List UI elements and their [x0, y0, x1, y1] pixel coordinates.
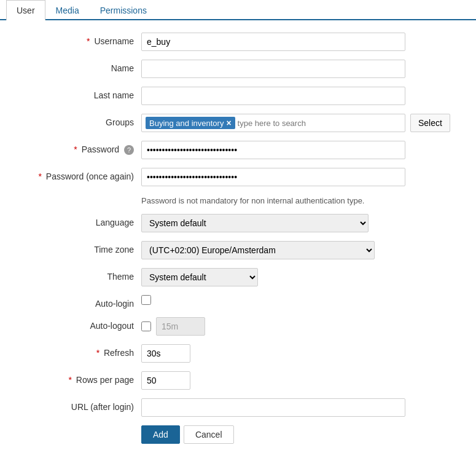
autologout-checkbox[interactable] [141, 321, 151, 331]
name-input[interactable] [141, 60, 405, 78]
theme-label: Theme [18, 268, 141, 282]
rows-per-page-input[interactable] [141, 371, 190, 390]
url-after-login-row: URL (after login) [18, 398, 458, 417]
password-hint-row: Password is not mandatory for non intern… [18, 195, 458, 205]
autologout-wrapper [141, 317, 205, 336]
url-after-login-input[interactable] [141, 398, 405, 417]
password-again-row: * Password (once again) [18, 168, 458, 186]
password-row: * Password ? [18, 141, 458, 159]
autologout-label: Auto-logout [18, 317, 141, 331]
timezone-row: Time zone (UTC+02:00) Europe/Amsterdam (… [18, 241, 458, 259]
autologout-value-input [156, 317, 205, 336]
autologin-row: Auto-login [18, 295, 458, 309]
password-help-icon[interactable]: ? [124, 145, 134, 155]
groups-select-button[interactable]: Select [410, 114, 450, 132]
username-required: * [87, 36, 90, 46]
rows-required: * [68, 375, 71, 385]
user-form: * Username Name Last name Groups Buying … [0, 20, 476, 456]
tab-permissions[interactable]: Permissions [90, 0, 157, 20]
lastname-row: Last name [18, 87, 458, 105]
password-hint-text: Password is not mandatory for non intern… [141, 195, 365, 205]
tab-user[interactable]: User [6, 0, 45, 20]
cancel-button[interactable]: Cancel [184, 425, 234, 444]
tabs-bar: User Media Permissions [0, 0, 476, 20]
autologin-label: Auto-login [18, 295, 141, 309]
name-label: Name [18, 60, 141, 73]
groups-row: Groups Buying and inventory × Select [18, 114, 458, 132]
theme-row: Theme System default Dark Light [18, 268, 458, 286]
language-row: Language System default English French G… [18, 214, 458, 232]
group-tag-label: Buying and inventory [149, 119, 224, 128]
name-row: Name [18, 60, 458, 78]
refresh-required: * [96, 348, 99, 358]
groups-search-input[interactable] [238, 117, 401, 129]
password-input[interactable] [141, 141, 405, 159]
form-actions: Add Cancel [141, 425, 458, 444]
refresh-row: * Refresh [18, 344, 458, 363]
groups-input-area[interactable]: Buying and inventory × [141, 114, 405, 132]
password-label: * Password ? [18, 141, 141, 155]
tab-media[interactable]: Media [45, 0, 90, 20]
password-hint-spacer [18, 195, 141, 199]
refresh-label: * Refresh [18, 344, 141, 358]
group-tag: Buying and inventory × [146, 117, 235, 129]
groups-label: Groups [18, 114, 141, 127]
password-again-input[interactable] [141, 168, 405, 186]
timezone-label: Time zone [18, 241, 141, 254]
url-after-login-label: URL (after login) [18, 398, 141, 412]
username-label: * Username [18, 33, 141, 46]
group-tag-remove[interactable]: × [226, 118, 231, 128]
rows-per-page-row: * Rows per page [18, 371, 458, 390]
autologout-row: Auto-logout [18, 317, 458, 336]
theme-select[interactable]: System default Dark Light [141, 268, 258, 286]
username-input[interactable] [141, 33, 405, 51]
autologin-checkbox[interactable] [141, 295, 151, 305]
refresh-input[interactable] [141, 344, 190, 363]
password-again-required: * [38, 171, 41, 181]
timezone-select[interactable]: (UTC+02:00) Europe/Amsterdam (UTC+00:00)… [141, 241, 375, 259]
lastname-label: Last name [18, 87, 141, 100]
language-select[interactable]: System default English French German Spa… [141, 214, 369, 232]
rows-per-page-label: * Rows per page [18, 371, 141, 385]
groups-wrapper: Buying and inventory × Select [141, 114, 450, 132]
language-label: Language [18, 214, 141, 227]
add-button[interactable]: Add [141, 425, 180, 444]
lastname-input[interactable] [141, 87, 405, 105]
autologin-checkbox-wrapper [141, 295, 151, 305]
username-row: * Username [18, 33, 458, 51]
password-again-label: * Password (once again) [18, 168, 141, 181]
password-required: * [74, 144, 77, 154]
